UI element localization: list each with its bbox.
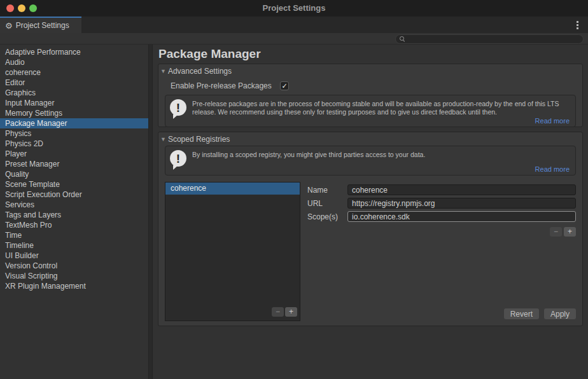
search-input[interactable] bbox=[408, 35, 583, 43]
scopes-input[interactable] bbox=[347, 211, 576, 222]
sidebar-item-tags-and-layers[interactable]: Tags and Layers bbox=[0, 210, 148, 220]
scopes-label: Scope(s) bbox=[307, 212, 347, 221]
apply-row: Revert Apply bbox=[504, 308, 576, 319]
sidebar-item-xr-plugin-management[interactable]: XR Plugin Management bbox=[0, 281, 148, 291]
info-icon: ! bbox=[170, 99, 186, 119]
scoped-info-text: By installing a scoped registry, you mig… bbox=[192, 150, 570, 172]
url-input[interactable] bbox=[347, 198, 576, 209]
scoped-read-more-link[interactable]: Read more bbox=[535, 165, 570, 173]
sidebar-item-physics[interactable]: Physics bbox=[0, 128, 148, 139]
tab-label: Project Settings bbox=[16, 21, 69, 30]
registry-fields: Name URL Scope(s) − + bbox=[307, 184, 576, 237]
name-label: Name bbox=[307, 186, 347, 195]
sidebar-item-coherence[interactable]: coherence bbox=[0, 67, 148, 78]
sidebar-item-player[interactable]: Player bbox=[0, 149, 148, 159]
sidebar-item-timeline[interactable]: Timeline bbox=[0, 240, 148, 251]
project-settings-window: Project Settings ⚙ Project Settings Adap… bbox=[0, 0, 588, 379]
prerelease-row: Enable Pre-release Packages ✓ bbox=[171, 81, 582, 90]
toolbar bbox=[0, 33, 588, 45]
gear-icon: ⚙ bbox=[5, 22, 13, 30]
field-row-name: Name bbox=[307, 184, 576, 195]
info-icon: ! bbox=[170, 150, 186, 170]
sidebar-item-memory-settings[interactable]: Memory Settings bbox=[0, 108, 148, 118]
kebab-menu-icon[interactable] bbox=[573, 20, 582, 30]
window-title: Project Settings bbox=[0, 3, 588, 13]
foldout-icon: ▼ bbox=[160, 137, 166, 142]
sidebar: Adaptive Performance Audio coherence Edi… bbox=[0, 45, 148, 379]
sidebar-item-scene-template[interactable]: Scene Template bbox=[0, 179, 148, 190]
sidebar-item-visual-scripting[interactable]: Visual Scripting bbox=[0, 271, 148, 281]
scoped-helpbox: ! By installing a scoped registry, you m… bbox=[165, 146, 576, 176]
prerelease-info-text: Pre-release packages are in the process … bbox=[192, 99, 570, 124]
prerelease-helpbox: ! Pre-release packages are in the proces… bbox=[165, 95, 576, 127]
scope-add-button[interactable]: + bbox=[564, 227, 576, 237]
registry-item-coherence[interactable]: coherence bbox=[165, 183, 300, 195]
page-title: Package Manager bbox=[158, 47, 261, 61]
sidebar-item-preset-manager[interactable]: Preset Manager bbox=[0, 159, 148, 169]
sidebar-item-textmesh-pro[interactable]: TextMesh Pro bbox=[0, 220, 148, 230]
advanced-settings-foldout[interactable]: ▼ Advanced Settings bbox=[158, 64, 582, 77]
sidebar-item-ui-builder[interactable]: UI Builder bbox=[0, 251, 148, 261]
foldout-icon: ▼ bbox=[160, 69, 166, 74]
name-input[interactable] bbox=[347, 184, 576, 195]
prerelease-read-more-link[interactable]: Read more bbox=[535, 117, 570, 125]
section-advanced-settings: ▼ Advanced Settings Enable Pre-release P… bbox=[158, 64, 583, 127]
sidebar-item-graphics[interactable]: Graphics bbox=[0, 88, 148, 98]
sidebar-item-audio[interactable]: Audio bbox=[0, 57, 148, 67]
section-scoped-registries: ▼ Scoped Registries ! By installing a sc… bbox=[158, 132, 583, 326]
apply-button[interactable]: Apply bbox=[544, 308, 576, 319]
sidebar-splitter[interactable] bbox=[148, 45, 153, 379]
sidebar-item-version-control[interactable]: Version Control bbox=[0, 261, 148, 271]
titlebar: Project Settings bbox=[0, 0, 588, 17]
sidebar-item-physics-2d[interactable]: Physics 2D bbox=[0, 139, 148, 149]
sidebar-item-quality[interactable]: Quality bbox=[0, 169, 148, 179]
tab-bar: ⚙ Project Settings bbox=[0, 17, 588, 33]
sidebar-item-time[interactable]: Time bbox=[0, 230, 148, 240]
field-row-url: URL bbox=[307, 198, 576, 209]
sidebar-item-input-manager[interactable]: Input Manager bbox=[0, 98, 148, 108]
search-icon bbox=[400, 36, 405, 42]
sidebar-item-editor[interactable]: Editor bbox=[0, 78, 148, 88]
check-icon: ✓ bbox=[281, 83, 287, 90]
tab-project-settings[interactable]: ⚙ Project Settings bbox=[0, 17, 81, 33]
registry-list: coherence − + bbox=[165, 182, 300, 321]
sidebar-item-script-execution-order[interactable]: Script Execution Order bbox=[0, 190, 148, 200]
section-title: Scoped Registries bbox=[168, 135, 230, 144]
registry-add-button[interactable]: + bbox=[285, 307, 297, 317]
sidebar-item-package-manager[interactable]: Package Manager bbox=[0, 118, 148, 128]
registry-remove-button[interactable]: − bbox=[272, 307, 284, 317]
section-title: Advanced Settings bbox=[168, 67, 232, 76]
sidebar-item-services[interactable]: Services bbox=[0, 200, 148, 210]
scoped-registries-foldout[interactable]: ▼ Scoped Registries bbox=[158, 132, 582, 145]
revert-button[interactable]: Revert bbox=[504, 308, 539, 319]
search-field[interactable] bbox=[395, 34, 584, 44]
scope-remove-button[interactable]: − bbox=[550, 227, 562, 237]
field-row-scopes: Scope(s) bbox=[307, 211, 576, 222]
url-label: URL bbox=[307, 199, 347, 208]
main-panel: Package Manager ▼ Advanced Settings Enab… bbox=[153, 45, 588, 379]
prerelease-checkbox[interactable]: ✓ bbox=[280, 81, 289, 90]
sidebar-item-adaptive-performance[interactable]: Adaptive Performance bbox=[0, 47, 148, 57]
prerelease-label: Enable Pre-release Packages bbox=[171, 81, 280, 90]
scope-buttons: − + bbox=[307, 227, 576, 237]
